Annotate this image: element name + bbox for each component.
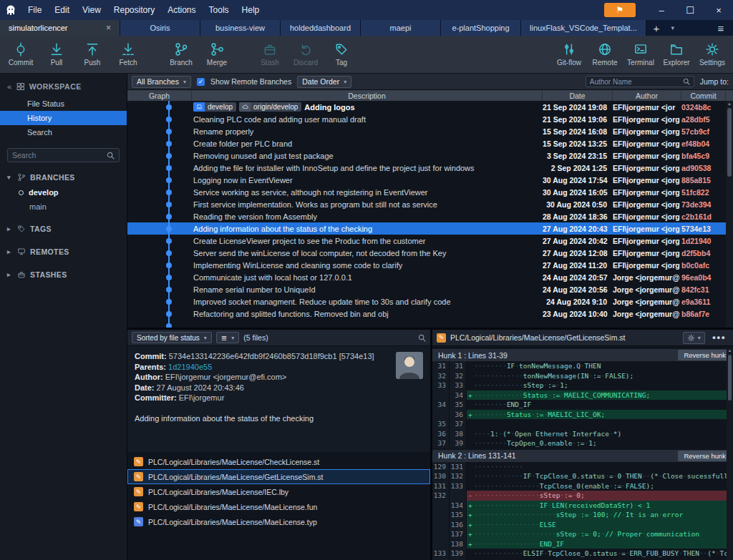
explorer-button[interactable]: Explorer: [659, 38, 694, 72]
diff-scrollbar[interactable]: ▲: [727, 348, 733, 560]
commit-row[interactable]: Adding the file for installer with InnoS…: [127, 162, 733, 174]
main-toolbar: CommitPullPushFetchBranchMergeStashDisca…: [0, 36, 733, 74]
search-icon[interactable]: [418, 334, 426, 342]
commit-row[interactable]: Rename properly15 Sep 2024 16:08EFI\jorg…: [127, 125, 733, 137]
scroll-up-icon[interactable]: ▲: [727, 348, 733, 353]
commit-row[interactable]: Service working as service, although not…: [127, 186, 733, 198]
commit-row[interactable]: Refactoring and splitted functions. Remo…: [127, 308, 733, 320]
file-row[interactable]: ✎PLC/Logical/Libraries/MaeLicense/IEC.lb…: [127, 484, 430, 499]
sidebar-section-remotes[interactable]: ▸REMOTES: [0, 244, 127, 260]
stash-button[interactable]: Stash: [252, 38, 288, 72]
diff-line: 133139 ············ELSIF·TcpClose_0.stat…: [432, 549, 733, 559]
diff-settings-dropdown[interactable]: ▾: [683, 332, 705, 344]
fetch-button[interactable]: Fetch: [110, 38, 146, 72]
show-remote-checkbox[interactable]: ✓: [197, 78, 205, 86]
commit-row[interactable]: Removing unused and just test package3 S…: [127, 149, 733, 162]
file-row[interactable]: ✎PLC/Logical/Libraries/MaeLicense/MaeLic…: [127, 514, 430, 529]
sidebar-section-tags[interactable]: ▸TAGS: [0, 221, 127, 237]
file-sort-dropdown[interactable]: Sorted by file status ▾: [132, 332, 212, 343]
maximize-button[interactable]: ☐: [676, 0, 704, 20]
commit-row[interactable]: Cleaning PLC code and adding user manual…: [127, 113, 733, 125]
commit-row[interactable]: Create folder per PLC brand15 Sep 2024 1…: [127, 137, 733, 149]
branch-badge-develop[interactable]: develop: [193, 102, 236, 112]
author-filter-box[interactable]: [586, 76, 694, 87]
workspace-header[interactable]: « WORKSPACE: [0, 74, 127, 97]
commit-row[interactable]: Create LicenseViewer project to see the …: [127, 235, 733, 247]
branch-item-main[interactable]: main: [0, 200, 127, 214]
menu-tools[interactable]: Tools: [203, 0, 236, 20]
file-row[interactable]: ✎PLC/Logical/Libraries/MaeLicense/GetLic…: [127, 469, 430, 484]
merge-button[interactable]: Merge: [199, 38, 235, 72]
push-button[interactable]: Push: [74, 38, 110, 72]
reverse-hunk-button[interactable]: Reverse hunk: [678, 350, 732, 360]
order-filter-dropdown[interactable]: Date Order ▾: [297, 76, 351, 88]
menu-actions[interactable]: Actions: [161, 0, 202, 20]
commit-list-scrollbar[interactable]: ▲: [726, 101, 733, 328]
file-count-label: (5 files): [243, 333, 268, 342]
commit-row[interactable]: Implementing WinLicense and cleaning som…: [127, 259, 733, 271]
sidebar-search-input[interactable]: [12, 151, 107, 159]
commit-row[interactable]: Server send the winLicense of local comp…: [127, 247, 733, 259]
settings-button[interactable]: Settings: [694, 38, 730, 72]
file-row[interactable]: ✎PLC/Logical/Libraries/MaeLicense/MaeLic…: [127, 499, 430, 514]
more-options-button[interactable]: ●●●: [709, 334, 729, 341]
menu-help[interactable]: Help: [236, 0, 266, 20]
commit-row[interactable]: Rename serial number to UniqueId24 Aug 2…: [127, 283, 733, 295]
tab-business-view[interactable]: business-view: [200, 20, 281, 36]
jump-to-label: Jump to:: [700, 77, 729, 86]
menu-view[interactable]: View: [76, 0, 107, 20]
tab-holdeddashboard[interactable]: holdeddashboard: [281, 20, 361, 36]
branch-badge-origin-develop[interactable]: origin/develop: [239, 102, 301, 112]
branch-filter-dropdown[interactable]: All Branches ▾: [132, 76, 191, 88]
menu-repository[interactable]: Repository: [107, 0, 161, 20]
sidebar-section-stashes[interactable]: ▸STASHES: [0, 267, 127, 283]
sidebar-item-file-status[interactable]: File Status: [0, 97, 127, 111]
tab-osiris[interactable]: Osiris: [120, 20, 200, 36]
file-view-mode-dropdown[interactable]: ≣ ▾: [216, 332, 239, 343]
commit-row[interactable]: Logging now in EventViewer30 Aug 2024 17…: [127, 174, 733, 186]
collapse-sidebar-icon[interactable]: «: [7, 82, 12, 91]
commit-row[interactable]: First service implementation. Works as p…: [127, 198, 733, 210]
promo-button[interactable]: ⚑: [604, 3, 636, 17]
diff-line: 135+····················sStep·:=·100;·//…: [432, 510, 733, 520]
tab-simulatorlicencer[interactable]: simulatorlicencer×: [0, 20, 120, 36]
tab-maepi[interactable]: maepi: [361, 20, 441, 36]
commit-row[interactable]: Adding information about the status of t…: [127, 222, 733, 235]
tab-list-chevron-icon[interactable]: ▾: [666, 20, 679, 36]
app-menu-icon[interactable]: ≡: [709, 20, 733, 36]
new-tab-button[interactable]: +: [646, 20, 666, 36]
author-filter-input[interactable]: [590, 78, 680, 86]
parent-sha-link[interactable]: 1d21940e55: [168, 363, 212, 371]
tag-button[interactable]: Tag: [324, 38, 359, 72]
commit-dot-icon: [166, 262, 172, 268]
sidebar-section-branches[interactable]: ▾BRANCHES: [0, 170, 127, 185]
close-icon[interactable]: ×: [106, 23, 111, 33]
commit-row[interactable]: Communicate just with local host or 127.…: [127, 271, 733, 283]
commit-row[interactable]: Improved socket managment. Reduce update…: [127, 295, 733, 308]
menu-file[interactable]: File: [21, 0, 48, 20]
menu-edit[interactable]: Edit: [48, 0, 76, 20]
scrollbar-thumb[interactable]: [728, 355, 732, 401]
tab-linuxflask-vscode-templat[interactable]: linuxFlask_VSCode_Templat...: [521, 20, 646, 36]
scrollbar-thumb[interactable]: [727, 108, 732, 177]
pull-button[interactable]: Pull: [39, 38, 74, 72]
git-flow-button[interactable]: Git-flow: [551, 38, 587, 72]
file-row[interactable]: ✎PLC/Logical/Libraries/MaeLicense/CheckL…: [127, 454, 430, 469]
branch-button[interactable]: Branch: [163, 38, 199, 72]
terminal-button[interactable]: Terminal: [623, 38, 659, 72]
reverse-hunk-button[interactable]: Reverse hunk: [678, 451, 732, 461]
tab-e-plantshopping[interactable]: e-plantShopping: [441, 20, 521, 36]
commit-row[interactable]: developorigin/developAdding logos21 Sep …: [127, 101, 733, 113]
commit-button[interactable]: Commit: [3, 38, 39, 72]
sidebar-search-box[interactable]: [7, 148, 120, 162]
commit-row[interactable]: Reading the version from Assembly28 Aug …: [127, 210, 733, 222]
sidebar-item-history[interactable]: History: [0, 111, 127, 125]
sidebar-item-search[interactable]: Search: [0, 125, 127, 139]
commit-row[interactable]: [127, 320, 733, 328]
remote-button[interactable]: Remote: [587, 38, 623, 72]
close-button[interactable]: ×: [704, 0, 733, 20]
minimize-button[interactable]: –: [647, 0, 676, 20]
discard-button[interactable]: Discard: [288, 38, 324, 72]
scroll-up-icon[interactable]: ▲: [726, 101, 733, 107]
branch-item-develop[interactable]: develop: [0, 185, 127, 200]
